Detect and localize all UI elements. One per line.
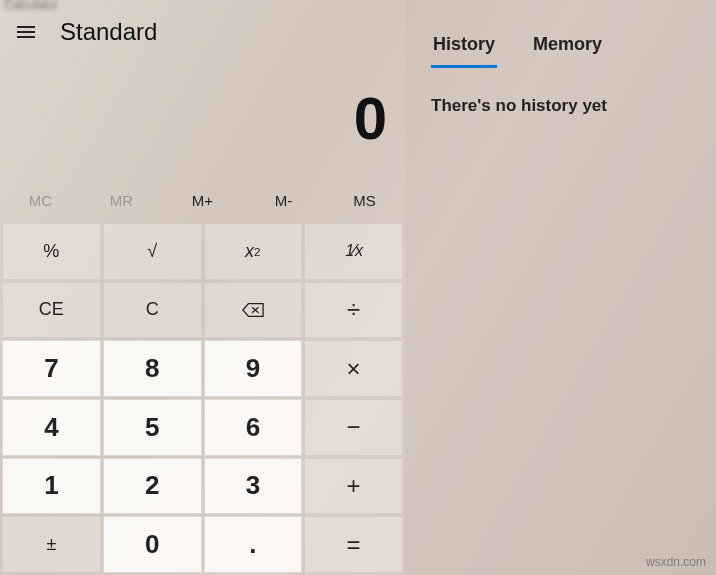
memory-row: MC MR M+ M- MS <box>0 179 405 221</box>
digit-3-button[interactable]: 3 <box>204 458 303 515</box>
equals-button[interactable]: = <box>304 516 403 573</box>
clear-entry-button[interactable]: CE <box>2 282 101 339</box>
tab-memory[interactable]: Memory <box>531 30 604 68</box>
memory-recall-button: MR <box>81 179 162 221</box>
minus-button[interactable]: − <box>304 399 403 456</box>
tabs-row: History Memory <box>431 30 694 68</box>
sqrt-button[interactable]: √ <box>103 223 202 280</box>
digit-5-button[interactable]: 5 <box>103 399 202 456</box>
percent-button[interactable]: % <box>2 223 101 280</box>
mode-title: Standard <box>60 18 157 46</box>
square-base: x <box>245 241 254 262</box>
negate-button[interactable]: ± <box>2 516 101 573</box>
watermark: wsxdn.com <box>646 555 706 569</box>
mode-row: Standard <box>0 0 405 64</box>
memory-clear-button: MC <box>0 179 81 221</box>
hamburger-icon <box>17 23 35 41</box>
calculator-app: Standard 0 MC MR M+ M- MS % √ x2 1⁄x CE … <box>0 0 716 575</box>
recip-den: x <box>355 242 362 259</box>
digit-9-button[interactable]: 9 <box>204 340 303 397</box>
divide-button[interactable]: ÷ <box>304 282 403 339</box>
reciprocal-button[interactable]: 1⁄x <box>304 223 403 280</box>
digit-4-button[interactable]: 4 <box>2 399 101 456</box>
decimal-button[interactable]: . <box>204 516 303 573</box>
backspace-button[interactable] <box>204 282 303 339</box>
digit-2-button[interactable]: 2 <box>103 458 202 515</box>
menu-button[interactable] <box>6 12 46 52</box>
digit-8-button[interactable]: 8 <box>103 340 202 397</box>
plus-button[interactable]: + <box>304 458 403 515</box>
tab-history[interactable]: History <box>431 30 497 68</box>
clear-button[interactable]: C <box>103 282 202 339</box>
calculator-pane: Standard 0 MC MR M+ M- MS % √ x2 1⁄x CE … <box>0 0 405 575</box>
side-pane: History Memory There's no history yet <box>405 0 716 575</box>
digit-1-button[interactable]: 1 <box>2 458 101 515</box>
history-empty-message: There's no history yet <box>431 96 694 116</box>
keypad: % √ x2 1⁄x CE C ÷ 7 8 <box>0 221 405 575</box>
display-value: 0 <box>0 64 405 179</box>
multiply-button[interactable]: × <box>304 340 403 397</box>
memory-store-button[interactable]: MS <box>324 179 405 221</box>
memory-subtract-button[interactable]: M- <box>243 179 324 221</box>
memory-add-button[interactable]: M+ <box>162 179 243 221</box>
square-exp: 2 <box>254 245 261 258</box>
backspace-icon <box>242 302 264 318</box>
digit-0-button[interactable]: 0 <box>103 516 202 573</box>
digit-7-button[interactable]: 7 <box>2 340 101 397</box>
square-button[interactable]: x2 <box>204 223 303 280</box>
digit-6-button[interactable]: 6 <box>204 399 303 456</box>
